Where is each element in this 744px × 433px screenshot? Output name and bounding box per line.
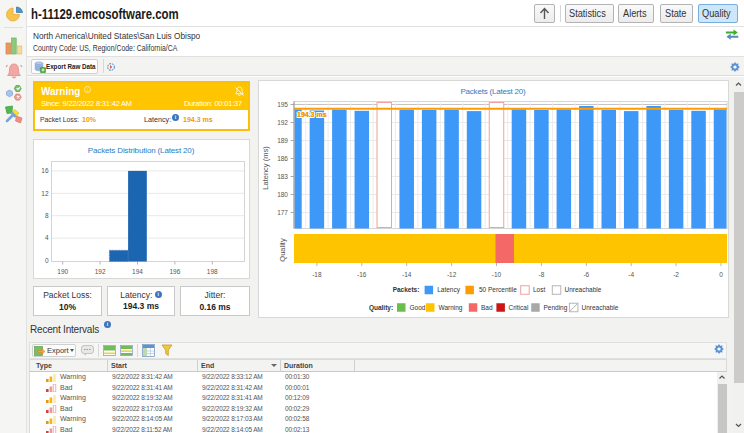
svg-text:Lost: Lost (533, 286, 545, 293)
svg-text:Latency (ms): Latency (ms) (261, 146, 270, 190)
svg-text:190: 190 (57, 268, 68, 275)
svg-text:-6: -6 (583, 271, 589, 278)
svg-text:Pending: Pending (544, 304, 568, 312)
svg-text:Quality: Quality (278, 238, 287, 262)
svg-text:Bad: Bad (481, 304, 493, 311)
svg-text:186: 186 (277, 155, 288, 162)
svg-text:180: 180 (277, 191, 288, 198)
svg-text:Unreachable: Unreachable (582, 304, 619, 311)
svg-text:183: 183 (277, 173, 288, 180)
svg-text:195: 195 (277, 101, 288, 108)
svg-text:Packets (Latest 20): Packets (Latest 20) (460, 87, 526, 96)
svg-text:194.3 ms: 194.3 ms (297, 111, 327, 118)
svg-text:Packets:: Packets: (393, 286, 420, 293)
svg-text:-10: -10 (492, 271, 502, 278)
svg-text:177: 177 (277, 209, 288, 216)
svg-text:Quality:: Quality: (369, 304, 393, 312)
svg-text:192: 192 (95, 268, 106, 275)
svg-text:198: 198 (207, 268, 218, 275)
svg-text:0: 0 (719, 271, 723, 278)
svg-text:50 Percentile: 50 Percentile (479, 286, 517, 293)
svg-text:-2: -2 (673, 271, 679, 278)
svg-text:196: 196 (169, 268, 180, 275)
svg-text:189: 189 (277, 137, 288, 144)
svg-text:Warning: Warning (439, 304, 463, 312)
svg-text:Critical: Critical (509, 304, 529, 311)
svg-text:-8: -8 (539, 271, 545, 278)
svg-text:192: 192 (277, 119, 288, 126)
svg-text:-4: -4 (628, 271, 634, 278)
svg-text:0: 0 (45, 257, 49, 264)
svg-text:Latency: Latency (437, 286, 461, 294)
svg-text:12: 12 (41, 190, 49, 197)
svg-text:-18: -18 (312, 271, 322, 278)
svg-text:Packets Distribution (Latest 2: Packets Distribution (Latest 20) (88, 146, 195, 155)
svg-text:-14: -14 (402, 271, 412, 278)
svg-text:16: 16 (41, 167, 49, 174)
svg-text:Good: Good (410, 304, 426, 311)
svg-text:-12: -12 (447, 271, 457, 278)
svg-text:194: 194 (132, 268, 143, 275)
svg-text:8: 8 (45, 212, 49, 219)
svg-text:4: 4 (45, 234, 49, 241)
svg-text:-16: -16 (357, 271, 367, 278)
svg-text:Unreachable: Unreachable (565, 286, 602, 293)
